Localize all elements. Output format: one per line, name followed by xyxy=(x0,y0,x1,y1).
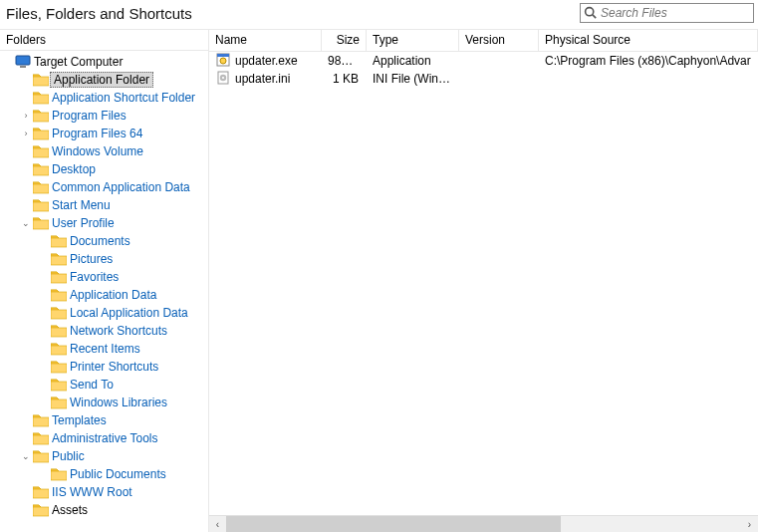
folder-icon xyxy=(50,288,68,302)
folder-icon xyxy=(32,144,50,158)
tree-item[interactable]: Favorites xyxy=(0,268,208,286)
tree-twisty[interactable]: ⌄ xyxy=(20,219,32,228)
tree-item[interactable]: Windows Libraries xyxy=(0,394,208,411)
file-row[interactable]: updater.exe980 KBApplicationC:\Program F… xyxy=(209,52,758,70)
horizontal-scrollbar[interactable]: ‹ › xyxy=(209,515,758,532)
tree-label: Public Documents xyxy=(68,467,168,481)
tree-label: Target Computer xyxy=(32,55,125,69)
tree-item[interactable]: Assets xyxy=(0,501,208,519)
tree-item[interactable]: ⌄Public xyxy=(0,447,208,465)
tree-item[interactable]: Application Data xyxy=(0,286,208,304)
tree-twisty[interactable]: › xyxy=(20,112,32,121)
search-field[interactable] xyxy=(580,3,754,23)
scroll-track[interactable] xyxy=(226,516,741,533)
folder-icon xyxy=(50,342,68,356)
svg-point-9 xyxy=(222,76,224,78)
tree-item[interactable]: Printer Shortcuts xyxy=(0,358,208,376)
tree-label: Printer Shortcuts xyxy=(68,360,160,374)
tree-label: Application Shortcut Folder xyxy=(50,91,197,105)
tree-item[interactable]: Desktop xyxy=(0,160,208,178)
tree-item[interactable]: Application Shortcut Folder xyxy=(0,89,208,107)
cell-size: 980 KB xyxy=(322,54,367,68)
tree-item[interactable]: ›Program Files 64 xyxy=(0,125,208,142)
folder-icon xyxy=(32,127,50,140)
scroll-left-button[interactable]: ‹ xyxy=(209,516,226,533)
page-title: Files, Folders and Shortcuts xyxy=(6,5,192,22)
folder-icon xyxy=(32,73,50,87)
tree-label: User Profile xyxy=(50,216,117,230)
tree-item[interactable]: ›Program Files xyxy=(0,107,208,125)
tree-item[interactable]: Templates xyxy=(0,411,208,429)
tree-item[interactable]: Network Shortcuts xyxy=(0,322,208,340)
folder-icon xyxy=(32,431,50,445)
folder-icon xyxy=(50,324,68,338)
file-row[interactable]: updater.ini1 KBINI File (Wind... xyxy=(209,70,758,88)
tree-item[interactable]: Public Documents xyxy=(0,465,208,483)
tree-item[interactable]: Windows Volume xyxy=(0,142,208,160)
folder-icon xyxy=(50,360,68,374)
tree-label: Application Data xyxy=(68,288,158,302)
tree-item[interactable]: Application Folder xyxy=(0,71,208,89)
folder-icon xyxy=(32,413,50,427)
tree-label: Common Application Data xyxy=(50,180,192,194)
folder-icon xyxy=(50,270,68,284)
tree-item[interactable]: Pictures xyxy=(0,250,208,268)
col-type[interactable]: Type xyxy=(367,30,459,51)
svg-point-6 xyxy=(220,58,226,64)
tree-label: Favorites xyxy=(68,270,121,284)
scroll-thumb[interactable] xyxy=(226,516,561,533)
tree-item[interactable]: Administrative Tools xyxy=(0,429,208,447)
file-rows[interactable]: updater.exe980 KBApplicationC:\Program F… xyxy=(209,52,758,515)
tree-label: Application Folder xyxy=(50,72,153,88)
column-headers[interactable]: Name Size Type Version Physical Source xyxy=(209,30,758,52)
tree-label: Recent Items xyxy=(68,342,142,356)
folder-icon xyxy=(50,378,68,392)
computer-icon xyxy=(14,55,32,69)
tree-label: Network Shortcuts xyxy=(68,324,169,338)
folder-icon xyxy=(32,216,50,230)
tree-item[interactable]: Common Application Data xyxy=(0,178,208,196)
svg-rect-5 xyxy=(217,54,229,57)
cell-source: C:\Program Files (x86)\Caphyon\Advar xyxy=(539,54,758,68)
svg-rect-2 xyxy=(16,56,30,65)
tree-label: Desktop xyxy=(50,162,98,176)
scroll-right-button[interactable]: › xyxy=(741,516,758,533)
folder-icon xyxy=(32,91,50,105)
tree-label: Windows Volume xyxy=(50,144,145,158)
tree-item[interactable]: Local Application Data xyxy=(0,304,208,322)
tree-label: Send To xyxy=(68,378,116,392)
folders-sidebar: Folders Target ComputerApplication Folde… xyxy=(0,30,209,532)
col-name[interactable]: Name xyxy=(209,30,322,51)
folder-icon xyxy=(32,503,50,517)
folder-icon xyxy=(50,234,68,248)
tree-label: Pictures xyxy=(68,252,115,266)
folder-icon xyxy=(32,109,50,123)
cell-type: Application xyxy=(367,54,459,68)
tree-root[interactable]: Target Computer xyxy=(0,53,208,71)
cell-type: INI File (Wind... xyxy=(367,72,459,86)
tree-label: Administrative Tools xyxy=(50,431,160,445)
tree-label: Program Files 64 xyxy=(50,127,144,140)
tree-twisty[interactable]: ⌄ xyxy=(20,452,32,461)
col-size[interactable]: Size xyxy=(322,30,367,51)
tree-item[interactable]: IIS WWW Root xyxy=(0,483,208,501)
search-input[interactable] xyxy=(580,3,754,23)
tree-item[interactable]: Start Menu xyxy=(0,196,208,214)
tree-item[interactable]: Documents xyxy=(0,232,208,250)
tree-twisty[interactable]: › xyxy=(20,130,32,138)
tree-label: Windows Libraries xyxy=(68,396,169,409)
folder-icon xyxy=(32,485,50,499)
tree-item[interactable]: Recent Items xyxy=(0,340,208,358)
folder-icon xyxy=(32,449,50,463)
folder-icon xyxy=(50,252,68,266)
tree-label: Assets xyxy=(50,503,90,517)
svg-line-1 xyxy=(593,15,596,18)
col-source[interactable]: Physical Source xyxy=(539,30,758,51)
folder-tree[interactable]: Target ComputerApplication FolderApplica… xyxy=(0,51,208,532)
tree-item[interactable]: ⌄User Profile xyxy=(0,214,208,232)
cell-size: 1 KB xyxy=(322,72,367,86)
folder-icon xyxy=(50,306,68,320)
tree-item[interactable]: Send To xyxy=(0,376,208,394)
col-version[interactable]: Version xyxy=(459,30,539,51)
tree-label: Public xyxy=(50,449,87,463)
